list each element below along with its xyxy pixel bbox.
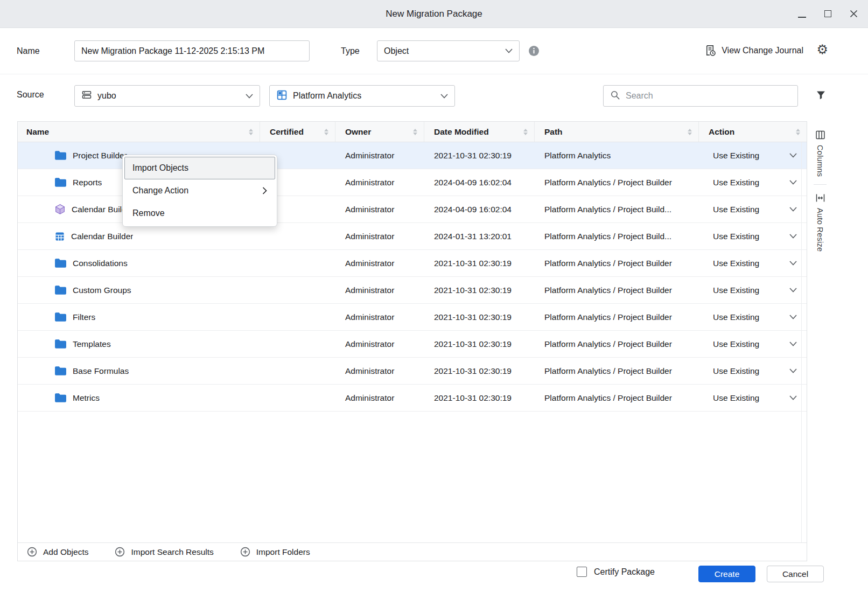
divider [814,184,827,185]
row-path: Platform Analytics / Project Builder [535,277,699,303]
sort-icon[interactable] [320,129,328,135]
column-header-date-modified[interactable]: Date Modified [424,122,535,142]
info-icon[interactable] [528,45,540,59]
maximize-icon [824,10,831,17]
add-objects-button[interactable]: Add Objects [26,546,88,558]
row-action-select[interactable]: Use Existing [699,358,807,384]
table-row[interactable]: Calendar Builder Administrator 2024-01-3… [18,223,807,250]
table-row[interactable]: Templates Administrator 2021-10-31 02:30… [18,331,807,358]
row-action-value: Use Existing [713,312,759,322]
column-header-name[interactable]: Name [18,122,260,142]
view-change-journal-button[interactable]: View Change Journal [704,44,803,57]
row-action-value: Use Existing [713,178,759,187]
change-journal-icon [704,44,716,57]
sort-icon[interactable] [683,129,692,135]
chevron-down-icon [789,261,797,266]
row-action-value: Use Existing [713,205,759,214]
row-action-select[interactable]: Use Existing [699,277,807,303]
filter-funnel-icon[interactable] [815,89,827,103]
table-side-panel: Columns Auto Resize [810,129,830,252]
row-action-select[interactable]: Use Existing [699,304,807,330]
columns-icon [815,129,826,141]
sort-icon[interactable] [519,129,528,135]
table-row[interactable]: Custom Groups Administrator 2021-10-31 0… [18,277,807,304]
window-controls [796,0,859,27]
close-button[interactable] [848,8,859,20]
auto-resize-button[interactable]: Auto Resize [815,192,826,252]
columns-button[interactable]: Columns [815,129,826,177]
add-objects-label: Add Objects [43,547,88,557]
import-folders-button[interactable]: Import Folders [240,546,310,558]
row-action-value: Use Existing [713,232,759,241]
row-action-select[interactable]: Use Existing [699,250,807,276]
settings-gear-icon[interactable]: ⚙ [816,43,828,56]
row-owner: Administrator [335,196,424,222]
sort-icon[interactable] [409,129,417,135]
row-name: Calendar Builder [71,232,133,241]
window-titlebar: New Migration Package [0,0,868,28]
create-button[interactable]: Create [698,566,755,582]
sort-icon[interactable] [792,129,800,135]
row-path: Platform Analytics / Project Builder [535,331,699,357]
row-certified [260,223,335,249]
table-empty-area [18,412,807,542]
import-search-results-button[interactable]: Import Search Results [114,546,213,558]
menu-item-change-action[interactable]: Change Action [124,179,275,202]
row-certified [260,277,335,303]
column-header-label: Name [26,127,49,137]
folder-icon [54,312,67,322]
row-owner: Administrator [335,385,424,411]
name-label: Name [17,46,40,56]
row-path: Platform Analytics / Project Builder [535,169,699,196]
row-certified [260,358,335,384]
name-input[interactable] [74,40,310,61]
certify-label: Certify Package [594,567,655,577]
source-catalog-value: Platform Analytics [293,91,361,101]
close-icon [850,10,858,18]
source-catalog-select[interactable]: Platform Analytics [269,85,455,107]
certify-checkbox[interactable] [577,567,587,577]
menu-item-import-objects[interactable]: Import Objects [124,157,275,179]
sort-icon[interactable] [244,129,253,135]
grid-table-icon [54,231,65,242]
cancel-button[interactable]: Cancel [767,566,824,582]
row-date-modified: 2021-10-31 02:30:19 [424,304,535,330]
row-path: Platform Analytics / Project Build... [535,196,699,222]
minimize-icon [798,17,806,18]
menu-item-remove[interactable]: Remove [124,202,275,225]
table-row[interactable]: Filters Administrator 2021-10-31 02:30:1… [18,304,807,331]
row-name: Filters [73,312,95,322]
chevron-down-icon [789,180,797,185]
maximize-button[interactable] [822,8,834,20]
row-name: Templates [73,339,111,349]
row-action-select[interactable]: Use Existing [699,169,807,196]
import-folders-label: Import Folders [256,547,310,557]
source-server-select[interactable]: yubo [74,85,260,107]
column-header-action[interactable]: Action [699,122,807,142]
row-action-select[interactable]: Use Existing [699,142,807,169]
row-action-select[interactable]: Use Existing [699,196,807,222]
columns-label: Columns [816,145,824,177]
type-select[interactable]: Object [377,40,520,61]
import-search-results-label: Import Search Results [131,547,213,557]
table-row[interactable]: Base Formulas Administrator 2021-10-31 0… [18,358,807,385]
folder-icon [54,150,67,161]
table-row[interactable]: Metrics Administrator 2021-10-31 02:30:1… [18,385,807,412]
row-path: Platform Analytics [535,142,699,169]
row-action-value: Use Existing [713,151,759,161]
row-date-modified: 2024-04-09 16:02:04 [424,169,535,196]
row-action-select[interactable]: Use Existing [699,223,807,249]
source-label: Source [17,90,44,100]
folder-icon [54,177,67,187]
row-owner: Administrator [335,250,424,276]
row-action-select[interactable]: Use Existing [699,385,807,411]
minimize-button[interactable] [796,8,808,20]
row-date-modified: 2021-10-31 02:30:19 [424,250,535,276]
search-input[interactable] [626,91,791,101]
context-menu: Import Objects Change Action Remove [122,155,277,227]
column-header-owner[interactable]: Owner [335,122,424,142]
row-action-select[interactable]: Use Existing [699,331,807,357]
column-header-path[interactable]: Path [535,122,699,142]
column-header-certified[interactable]: Certified [260,122,335,142]
table-row[interactable]: Consolidations Administrator 2021-10-31 … [18,250,807,277]
